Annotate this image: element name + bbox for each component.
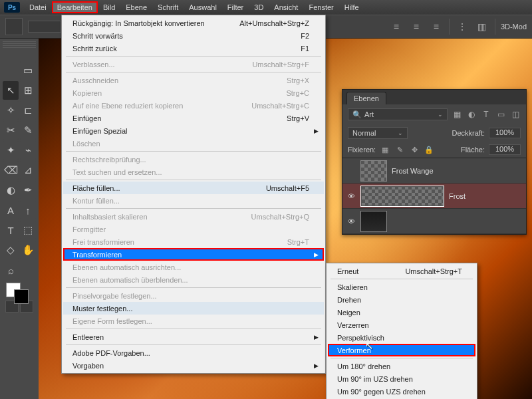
menu-item[interactable]: Verzerren [328, 319, 475, 331]
menu-item-label: Fläche füllen... [72, 184, 266, 192]
menu-item: Frei transformierenStrg+T [63, 235, 324, 248]
blend-mode-select[interactable]: Normal ⌄ [348, 127, 408, 139]
menu-auswahl[interactable]: Auswahl [184, 1, 222, 13]
align-center-icon[interactable]: ≡ [409, 19, 424, 34]
tool-2[interactable]: ⊞ [20, 81, 36, 100]
layer-kind-select[interactable]: 🔍 Art ⌄ [348, 108, 448, 120]
menu-item[interactable]: Einfügen Spezial▶ [63, 124, 324, 137]
mode-label[interactable]: 3D-Mod [501, 23, 527, 31]
menu-item[interactable]: Vorgaben▶ [63, 359, 324, 372]
menu-item[interactable]: Neigen [328, 306, 475, 319]
layer-row[interactable]: Frost Wange [342, 158, 526, 184]
menu-item-label: Transformieren [72, 251, 309, 259]
menu-item[interactable]: Rückgängig: In Smartobjekt konvertierenA… [63, 17, 324, 29]
layout-icon[interactable]: ▥ [475, 19, 489, 34]
current-tool-icon[interactable] [5, 18, 23, 35]
menu-item[interactable]: Muster festlegen... [63, 302, 324, 315]
tool-14[interactable]: ↑ [20, 201, 36, 219]
tool-11[interactable]: ◐ [3, 181, 19, 200]
layer-row[interactable]: 👁 [342, 209, 526, 234]
menu-item[interactable]: Um 90° im UZS drehen [328, 372, 475, 385]
menu-item[interactable]: Transformieren▶ [63, 248, 324, 261]
menu-item-label: Um 90° im UZS drehen [337, 375, 462, 383]
tool-12[interactable]: ✒ [20, 181, 36, 200]
tool-13[interactable]: A [3, 201, 19, 219]
layer-thumbnail[interactable] [361, 186, 444, 206]
menu-ansicht[interactable]: Ansicht [269, 1, 303, 13]
layer-thumbnail[interactable] [361, 211, 386, 231]
menu-bearbeiten[interactable]: Bearbeiten [52, 1, 98, 13]
menu-item-label: Kopieren [72, 89, 286, 97]
menu-item[interactable]: Adobe PDF-Vorgaben... [63, 346, 324, 359]
menu-item[interactable]: EinfügenStrg+V [63, 112, 324, 124]
tool-3[interactable]: ✧ [3, 101, 19, 120]
tool-6[interactable]: ✎ [20, 121, 36, 140]
menu-item[interactable]: Schritt vorwärtsF2 [63, 29, 324, 42]
menu-item: Eigene Form festlegen... [63, 315, 324, 327]
color-swatch[interactable] [3, 281, 36, 305]
tool-4[interactable]: ⊏ [20, 101, 36, 120]
tool-9[interactable]: ⌫ [3, 161, 19, 180]
menu-item: Ebenen automatisch überblenden... [63, 273, 324, 286]
menu-divider [331, 358, 473, 358]
menu-item[interactable]: Um 180° drehen [328, 360, 475, 372]
visibility-icon[interactable]: 👁 [346, 217, 356, 225]
lock-pixels-icon[interactable]: ▦ [380, 146, 390, 154]
distribute-icon[interactable]: ⋮ [455, 19, 469, 34]
menu-datei[interactable]: Datei [24, 1, 52, 13]
filter-smart-icon[interactable]: ◫ [510, 110, 521, 119]
tool-19[interactable]: ⌕ [3, 261, 19, 279]
panel-handle[interactable] [3, 41, 36, 48]
tool-18[interactable]: ✋ [20, 241, 36, 259]
menu-item-label: Perspektivisch [337, 334, 462, 342]
menu-item-label: Frei transformieren [72, 238, 287, 246]
lock-all-icon[interactable]: 🔒 [424, 146, 434, 154]
menu-3d[interactable]: 3D [249, 1, 269, 13]
filter-pixels-icon[interactable]: ▦ [452, 110, 462, 119]
menu-item-label: Text suchen und ersetzen... [72, 168, 309, 176]
menu-ebene[interactable]: Ebene [120, 1, 152, 13]
layer-list: Frost Wange👁Frost👁 [342, 158, 526, 234]
menu-item[interactable]: Um 90° gegen UZS drehen [328, 385, 475, 398]
filter-type-icon[interactable]: T [481, 110, 491, 119]
tool-15[interactable]: T [3, 221, 19, 239]
visibility-icon[interactable]: 👁 [346, 192, 356, 200]
menu-item[interactable]: Schritt zurückF1 [63, 42, 324, 55]
menu-item[interactable]: Fläche füllen...Umschalt+F5 [63, 182, 324, 194]
align-right-icon[interactable]: ≡ [429, 19, 444, 34]
tool-1[interactable]: ↖ [3, 81, 19, 100]
menu-item[interactable]: Skalieren [328, 281, 475, 293]
layer-row[interactable]: 👁Frost [342, 184, 526, 209]
menu-schrift[interactable]: Schrift [152, 1, 184, 13]
layer-thumbnail[interactable] [361, 161, 386, 181]
menu-item[interactable]: Entleeren▶ [63, 331, 324, 343]
tool-7[interactable]: ✦ [3, 141, 19, 160]
menu-item-label: Um 180° drehen [337, 362, 462, 370]
tool-5[interactable]: ✂ [3, 121, 19, 140]
filter-adjust-icon[interactable]: ◐ [466, 110, 477, 119]
tool-0[interactable]: ▭ [20, 61, 36, 80]
menu-item[interactable]: Drehen [328, 293, 475, 306]
menu-item-label: Ebenen automatisch ausrichten... [72, 263, 309, 271]
tool-16[interactable]: ⬚ [20, 221, 36, 239]
menu-item[interactable]: ErneutUmschalt+Strg+T [328, 265, 475, 277]
menu-hilfe[interactable]: Hilfe [339, 1, 364, 13]
menu-item[interactable]: Perspektivisch [328, 331, 475, 344]
tab-layers[interactable]: Ebenen [346, 92, 386, 104]
filter-shape-icon[interactable]: ▭ [495, 110, 506, 119]
lock-move-icon[interactable]: ✥ [409, 146, 420, 154]
menu-item-label: Vorgaben [72, 362, 309, 370]
tool-10[interactable]: ⊿ [20, 161, 36, 180]
menu-fenster[interactable]: Fenster [303, 1, 338, 13]
fill-field[interactable]: 100% [489, 144, 521, 155]
preset-picker[interactable] [28, 21, 61, 33]
lock-brush-icon[interactable]: ✎ [394, 146, 405, 154]
menu-filter[interactable]: Filter [222, 1, 249, 13]
opacity-field[interactable]: 100% [489, 128, 521, 138]
menu-bild[interactable]: Bild [98, 1, 120, 13]
tool-8[interactable]: ⌁ [20, 141, 36, 160]
tool-17[interactable]: ◇ [3, 241, 19, 259]
align-left-icon[interactable]: ≡ [389, 19, 404, 34]
menu-item[interactable]: Verformen [328, 344, 475, 356]
menu-divider [66, 208, 321, 209]
